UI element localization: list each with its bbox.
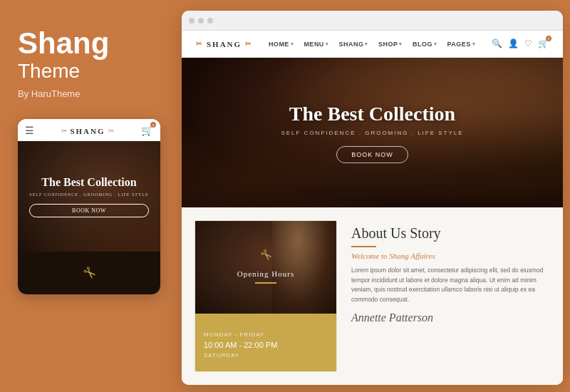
card-hours-title: Opening Hours (237, 269, 295, 278)
site-logo: ✂ SHANG ✂ (196, 40, 252, 48)
browser-window: ✂ SHANG ✂ HOME ▾ MENU ▾ SHANG ▾ SHOP ▾ B… (182, 11, 563, 385)
about-signature: Annette Patterson (351, 311, 549, 324)
opening-hours-card: ✂ Opening Hours MONDAY - FRIDAY 10:00 AM… (195, 220, 337, 372)
mobile-logo-bar: ✂ SHANG ✂ (61, 127, 113, 135)
wishlist-icon[interactable]: ♡ (524, 38, 532, 49)
mobile-hero-content: The Best Collection SELF CONFIDENCE . GR… (29, 175, 148, 217)
mobile-top-bar: ☰ ✂ SHANG ✂ 🛒 0 (18, 119, 160, 141)
brand-subtitle: Theme (18, 60, 80, 83)
about-text-section: About Us Story Welcome to Shang Affaires… (337, 207, 563, 385)
card-hours-bottom: MONDAY - FRIDAY 10:00 AM - 22:00 PM SATU… (195, 314, 336, 372)
browser-bar (182, 11, 563, 31)
hero-subtitle: SELF CONFIDENCE . GROOMING . LIFE STYLE (281, 130, 463, 136)
cart-icon[interactable]: 🛒 0 (538, 38, 549, 49)
card-gold-divider (255, 282, 276, 284)
account-icon[interactable]: 👤 (508, 38, 519, 49)
hours-days-1: MONDAY - FRIDAY (204, 331, 328, 338)
browser-dot-yellow (198, 18, 204, 24)
hours-days-2: SATURDAY (204, 352, 328, 359)
nav-home[interactable]: HOME ▾ (269, 41, 294, 48)
mobile-cart-icon[interactable]: 🛒 0 (141, 125, 153, 137)
search-icon[interactable]: 🔍 (492, 38, 502, 49)
browser-dot-green (207, 18, 213, 24)
nav-menu[interactable]: MENU ▾ (304, 41, 328, 48)
logo-scissors-right-icon: ✂ (245, 40, 252, 48)
logo-scissors-left-icon: ✂ (196, 40, 203, 48)
mobile-hero: The Best Collection SELF CONFIDENCE . GR… (18, 141, 160, 252)
hero-main-title: The Best Collection (281, 102, 463, 126)
about-gold-divider (351, 246, 376, 247)
nav-shop[interactable]: SHOP ▾ (378, 41, 403, 48)
nav-shang[interactable]: SHANG ▾ (338, 41, 368, 48)
site-header-icons: 🔍 👤 ♡ 🛒 0 (492, 38, 549, 49)
mobile-cart-badge: 0 (150, 122, 156, 128)
mobile-mockup: ☰ ✂ SHANG ✂ 🛒 0 The Best Collection SELF… (18, 119, 160, 294)
nav-blog[interactable]: BLOG ▾ (413, 41, 437, 48)
nav-home-arrow-icon: ▾ (291, 41, 294, 47)
nav-menu-arrow-icon: ▾ (326, 41, 329, 47)
mobile-scissors-big-icon: ✂ (78, 262, 100, 284)
mobile-hero-title: The Best Collection (29, 175, 148, 189)
card-top: ✂ Opening Hours (195, 221, 336, 314)
mobile-scissors-right-icon: ✂ (108, 127, 114, 135)
barber-image (272, 221, 336, 314)
cart-badge: 0 (546, 36, 551, 41)
mobile-hamburger-icon[interactable]: ☰ (25, 125, 34, 137)
hero-content: The Best Collection SELF CONFIDENCE . GR… (281, 102, 463, 164)
about-welcome: Welcome to Shang Affaires (351, 252, 549, 260)
browser-dot-red (189, 18, 195, 24)
nav-blog-arrow-icon: ▾ (434, 41, 437, 47)
nav-shop-arrow-icon: ▾ (399, 41, 403, 47)
left-panel: Shang Theme By HaruTheme ☰ ✂ SHANG ✂ 🛒 0… (0, 0, 175, 392)
mobile-book-now-button[interactable]: BOOK NOW (29, 204, 148, 217)
nav-pages-arrow-icon: ▾ (472, 41, 476, 47)
brand-by: By HaruTheme (18, 88, 80, 99)
site-header: ✂ SHANG ✂ HOME ▾ MENU ▾ SHANG ▾ SHOP ▾ B… (182, 31, 563, 58)
site-nav: HOME ▾ MENU ▾ SHANG ▾ SHOP ▾ BLOG ▾ PAGE… (269, 41, 475, 48)
mobile-logo-text: SHANG (70, 127, 105, 135)
about-body-text: Lorem ipsum dolor sit amet, consectetur … (351, 266, 549, 304)
hero-book-now-button[interactable]: BOOK NOW (336, 146, 408, 163)
nav-shang-arrow-icon: ▾ (365, 41, 368, 47)
mobile-hero-subtitle: SELF CONFIDENCE . GROOMING . LIFE STYLE (29, 192, 148, 197)
nav-pages[interactable]: PAGES ▾ (447, 41, 475, 48)
hours-time-1: 10:00 AM - 22:00 PM (204, 341, 328, 349)
site-hero: The Best Collection SELF CONFIDENCE . GR… (182, 58, 563, 207)
brand-title: Shang (18, 29, 109, 58)
mobile-bottom-section: ✂ (18, 252, 160, 294)
mobile-scissors-left-icon: ✂ (61, 127, 67, 135)
logo-text: SHANG (207, 40, 242, 48)
about-title: About Us Story (351, 225, 549, 242)
site-bottom-section: ✂ Opening Hours MONDAY - FRIDAY 10:00 AM… (182, 207, 563, 385)
